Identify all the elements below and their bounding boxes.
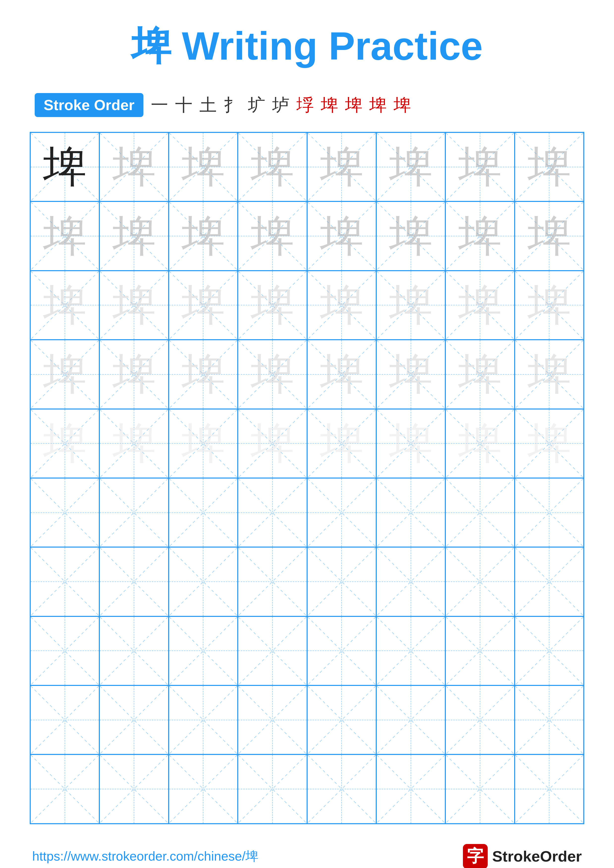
grid-cell [238,755,307,823]
grid-cell [99,755,168,823]
grid-cell: 埤 [445,271,515,340]
svg-line-143 [515,686,583,754]
svg-line-123 [377,617,445,685]
svg-line-157 [446,755,514,823]
svg-line-122 [377,617,445,685]
svg-line-107 [377,547,445,615]
cell-char: 埤 [182,353,225,396]
cell-char: 埤 [112,214,156,258]
grid-cell: 埤 [99,202,168,270]
cell-char: 埤 [43,422,86,465]
grid-cell [238,616,307,685]
cell-char: 埤 [251,145,294,189]
grid-cell: 埤 [445,132,515,202]
grid-cell [307,685,376,755]
grid-cell: 埤 [376,271,445,340]
cell-char: 埤 [389,353,432,396]
grid-cell [238,685,307,755]
cell-char: 埤 [43,353,86,396]
cell-char: 埤 [528,422,571,465]
svg-line-150 [238,755,306,823]
grid-cell [515,755,584,823]
grid-cell [99,478,168,547]
stroke-step-8: 埤 [345,93,362,117]
svg-line-80 [31,479,99,547]
svg-line-113 [31,617,99,685]
cell-char: 埤 [320,284,363,327]
cell-char: 埤 [43,214,86,258]
cell-char: 埤 [458,284,502,327]
svg-line-149 [169,755,237,823]
svg-line-85 [169,479,237,547]
svg-line-145 [31,755,99,823]
svg-line-119 [238,617,306,685]
svg-line-147 [100,755,168,823]
grid-cell: 埤 [30,271,99,340]
cell-char: 埤 [112,422,156,465]
svg-line-93 [446,479,514,547]
cell-char: 埤 [458,422,502,465]
grid-cell: 埤 [169,271,238,340]
cell-char: 埤 [389,284,432,327]
stroke-sep-1: 十 [175,93,193,117]
grid-cell: 埤 [238,340,307,409]
grid-cell [238,478,307,547]
grid-cell [515,616,584,685]
svg-line-109 [446,547,514,615]
svg-line-98 [100,547,168,615]
grid-cell: 埤 [307,132,376,202]
stroke-sep-0: 一 [151,93,168,117]
cell-char: 埤 [182,284,225,327]
svg-line-89 [308,479,376,547]
svg-line-86 [238,479,306,547]
cell-char: 埤 [251,422,294,465]
svg-line-126 [515,617,583,685]
svg-line-106 [377,547,445,615]
svg-line-110 [515,547,583,615]
grid-cell [515,547,584,616]
svg-line-159 [515,755,583,823]
svg-line-156 [446,755,514,823]
grid-cell: 埤 [169,132,238,202]
svg-line-152 [308,755,376,823]
grid-cell: 埤 [307,202,376,270]
svg-line-120 [308,617,376,685]
grid-cell: 埤 [515,409,584,478]
svg-line-114 [100,617,168,685]
svg-line-112 [31,617,99,685]
grid-cell [515,478,584,547]
cell-char: 埤 [112,284,156,327]
grid-cell [376,547,445,616]
practice-grid: 埤 埤 埤 埤 埤 埤 埤 埤 [30,132,584,824]
grid-cell: 埤 [169,340,238,409]
title-char: 埤 Writing Practice [131,24,483,68]
svg-line-155 [377,755,445,823]
grid-cell [30,685,99,755]
stroke-step-10: 埤 [393,93,411,117]
svg-line-146 [100,755,168,823]
stroke-sep-4: 圹 [248,93,265,117]
grid-cell: 埤 [515,271,584,340]
stroke-sep-2: 土 [199,93,217,117]
grid-cell [169,755,238,823]
stroke-order-badge: Stroke Order [35,93,143,117]
footer: https://www.strokeorder.com/chinese/埤 字 … [30,844,584,868]
svg-line-134 [238,686,306,754]
grid-cell [445,616,515,685]
stroke-order-row: Stroke Order 一 十 土 扌 圹 垆 垺 埤 埤 埤 埤 [30,93,584,117]
grid-cell [445,685,515,755]
cell-char: 埤 [389,422,432,465]
grid-cell [238,547,307,616]
svg-line-99 [100,547,168,615]
grid-cell: 埤 [169,409,238,478]
svg-line-118 [238,617,306,685]
brand-icon: 字 [463,844,488,868]
svg-line-115 [100,617,168,685]
svg-line-141 [446,686,514,754]
footer-url: https://www.strokeorder.com/chinese/埤 [32,848,258,865]
svg-line-125 [446,617,514,685]
cell-char: 埤 [320,353,363,396]
cell-char: 埤 [528,145,571,189]
stroke-sep-5: 垆 [272,93,289,117]
grid-cell [445,547,515,616]
